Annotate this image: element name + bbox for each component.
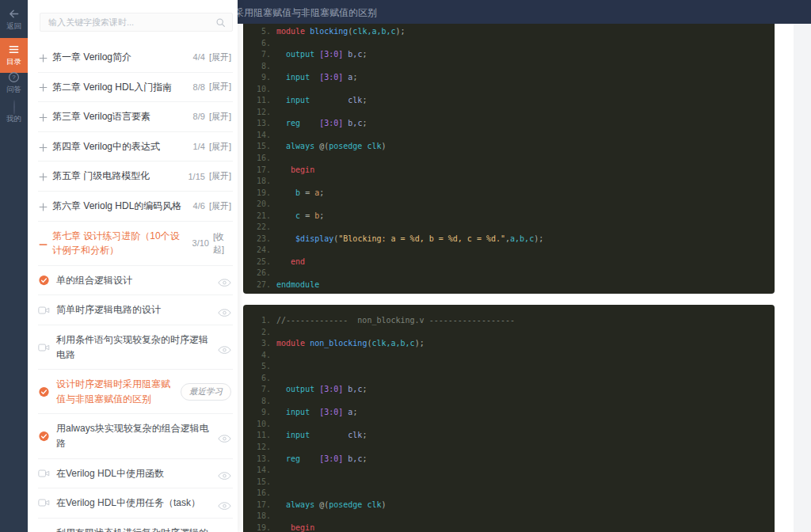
code-text: input clk; — [276, 95, 367, 107]
rail-item-label: 问答 — [0, 85, 28, 95]
chapter-row-7[interactable]: 第七章 设计练习进阶（10个设计例子和分析）3/10[收起] — [38, 222, 233, 266]
chapter-toggle-label[interactable]: [展开] — [209, 200, 231, 212]
lesson-row-5[interactable]: 用always块实现较复杂的组合逻辑电路 — [38, 414, 233, 458]
lesson-completed-icon — [38, 275, 51, 286]
code-line: 22. — [250, 222, 775, 234]
question-icon: ? — [8, 71, 20, 83]
search-icon[interactable] — [215, 17, 226, 28]
collapse-minus-icon — [38, 238, 48, 249]
code-line: 8. — [250, 61, 775, 73]
expand-plus-icon — [38, 171, 48, 181]
lesson-row-6[interactable]: 在Verilog HDL中使用函数 — [38, 459, 233, 489]
rail-item-back[interactable]: 返回 — [0, 8, 28, 32]
code-line: 7. output [3:0] b,c; — [250, 384, 775, 396]
code-panel-blocking[interactable]: 5.module blocking(clk,a,b,c);6.7. output… — [243, 24, 775, 294]
line-number: 6. — [250, 373, 271, 385]
eye-icon[interactable] — [218, 431, 231, 440]
line-number: 7. — [250, 384, 271, 396]
eye-icon[interactable] — [218, 343, 231, 352]
chapter-row-5[interactable]: 第五章 门级电路模型化1/15[展开] — [38, 162, 233, 192]
chapter-toggle-label[interactable]: [展开] — [209, 51, 231, 63]
lesson-row-2[interactable]: 简单时序逻辑电路的设计 — [38, 295, 233, 325]
chapter-title: 第一章 Verilog简介 — [52, 50, 187, 65]
chapter-progress-count: 8/8 — [193, 82, 205, 92]
chapter-title: 第二章 Verilog HDL入门指南 — [52, 80, 187, 95]
rail-item-qa[interactable]: ?问答 — [0, 71, 28, 95]
code-text: end — [276, 256, 305, 268]
chapter-toggle-label[interactable]: [展开] — [209, 81, 231, 93]
line-number: 17. — [250, 165, 271, 177]
search-box[interactable] — [40, 13, 233, 32]
code-text: endmodule — [276, 279, 319, 291]
line-number: 12. — [250, 442, 271, 454]
lesson-row-7[interactable]: 在Verilog HDL中使用任务（task） — [38, 488, 233, 519]
code-listing: 1.//------------- non_blocking.v -------… — [243, 305, 775, 532]
line-number: 2. — [250, 327, 271, 339]
line-number: 10. — [250, 419, 271, 431]
code-line: 8. — [250, 396, 775, 408]
lesson-title: 单的组合逻辑设计 — [56, 273, 211, 288]
code-text: input clk; — [276, 430, 367, 442]
code-line: 10. — [250, 419, 775, 431]
lesson-row-3[interactable]: 利用条件语句实现较复杂的时序逻辑电路 — [38, 325, 233, 370]
code-text: begin — [276, 165, 314, 177]
eye-icon[interactable] — [218, 469, 231, 477]
chapter-progress-count: 4/6 — [193, 201, 205, 211]
chapter-toggle-label[interactable]: [收起] — [213, 230, 231, 256]
code-text: $display("Blocking: a = %d, b = %d, c = … — [276, 234, 543, 245]
rail-item-toc[interactable]: 目录 — [0, 38, 28, 73]
chapter-row-2[interactable]: 第二章 Verilog HDL入门指南8/8[展开] — [38, 73, 233, 103]
code-panel-non-blocking[interactable]: 1.//------------- non_blocking.v -------… — [243, 305, 775, 532]
code-line: 14. — [250, 130, 775, 142]
line-number: 19. — [250, 522, 271, 532]
eye-icon[interactable] — [218, 306, 231, 314]
lesson-title: 用always块实现较复杂的组合逻辑电路 — [56, 421, 211, 450]
scrollbar-gutter[interactable] — [794, 24, 811, 532]
code-line: 7. output [3:0] b,c; — [250, 49, 775, 61]
code-line: 26. — [250, 268, 775, 279]
chapter-list: 第一章 Verilog简介4/4[展开]第二章 Verilog HDL入门指南8… — [38, 43, 233, 532]
line-number: 10. — [250, 84, 271, 96]
code-line: 23. $display("Blocking: a = %d, b = %d, … — [250, 234, 775, 245]
code-line: 15. always @(posedge clk) — [250, 141, 775, 153]
line-number: 5. — [250, 361, 271, 373]
code-text: module non_blocking(clk,a,b,c); — [276, 338, 425, 350]
line-number: 12. — [250, 107, 271, 119]
arrow-left-icon — [8, 8, 20, 20]
code-line: 5.module blocking(clk,a,b,c); — [250, 26, 775, 38]
rail-item-label: 目录 — [0, 57, 28, 67]
code-line: 27.endmodule — [250, 279, 775, 291]
line-number: 26. — [250, 268, 271, 279]
chapter-row-4[interactable]: 第四章 Verilog中的表达式1/4[展开] — [38, 132, 233, 162]
expand-plus-icon — [38, 112, 48, 122]
code-text: begin — [276, 522, 314, 532]
line-number: 21. — [250, 211, 271, 222]
chapter-title: 第五章 门级电路模型化 — [52, 169, 181, 184]
eye-icon[interactable] — [218, 276, 231, 285]
chapter-toggle-label[interactable]: [展开] — [209, 111, 231, 123]
chapter-title: 第七章 设计练习进阶（10个设计例子和分析） — [52, 229, 186, 258]
chapter-row-6[interactable]: 第六章 Veriolg HDL的编码风格4/6[展开] — [38, 192, 233, 222]
lesson-row-4[interactable]: 设计时序逻辑时采用阻塞赋值与非阻塞赋值的区别最近学习 — [38, 370, 233, 414]
chapter-toggle-label[interactable]: [展开] — [209, 170, 231, 182]
line-number: 18. — [250, 176, 271, 188]
line-number: 22. — [250, 222, 271, 234]
eye-icon[interactable] — [218, 499, 231, 507]
nav-rail: 返回目录?问答我的 — [0, 0, 28, 532]
code-line: 14. — [250, 465, 775, 477]
code-text: input [3:0] a; — [276, 72, 357, 84]
expand-plus-icon — [38, 142, 48, 152]
line-number: 9. — [250, 407, 271, 419]
chapter-row-3[interactable]: 第三章 Verilog语言要素8/9[展开] — [38, 102, 233, 132]
search-input[interactable] — [47, 17, 215, 28]
lesson-row-1[interactable]: 单的组合逻辑设计 — [38, 266, 233, 296]
line-number: 15. — [250, 477, 271, 488]
rail-item-mine[interactable]: 我的 — [0, 101, 28, 124]
code-line: 6. — [250, 38, 775, 50]
lesson-row-8[interactable]: 利用有限状态机进行复杂时序逻辑的设计 — [38, 519, 233, 532]
code-line: 13. reg [3:0] b,c; — [250, 118, 775, 130]
code-line: 13. reg [3:0] b,c; — [250, 454, 775, 466]
line-number: 8. — [250, 61, 271, 73]
chapter-toggle-label[interactable]: [展开] — [209, 141, 231, 153]
chapter-row-1[interactable]: 第一章 Verilog简介4/4[展开] — [38, 43, 233, 73]
